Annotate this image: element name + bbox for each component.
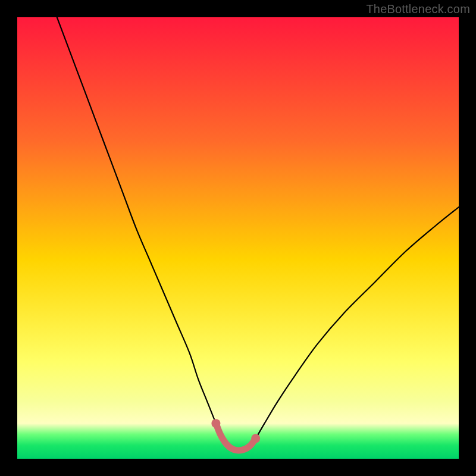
bottleneck-chart bbox=[17, 17, 459, 459]
flat-endpoint-dot bbox=[211, 419, 220, 428]
gradient-background bbox=[17, 17, 459, 459]
watermark-text: TheBottleneck.com bbox=[366, 2, 470, 16]
flat-endpoint-dot bbox=[251, 434, 260, 443]
plot-area bbox=[17, 17, 459, 459]
chart-frame: TheBottleneck.com bbox=[0, 0, 476, 476]
